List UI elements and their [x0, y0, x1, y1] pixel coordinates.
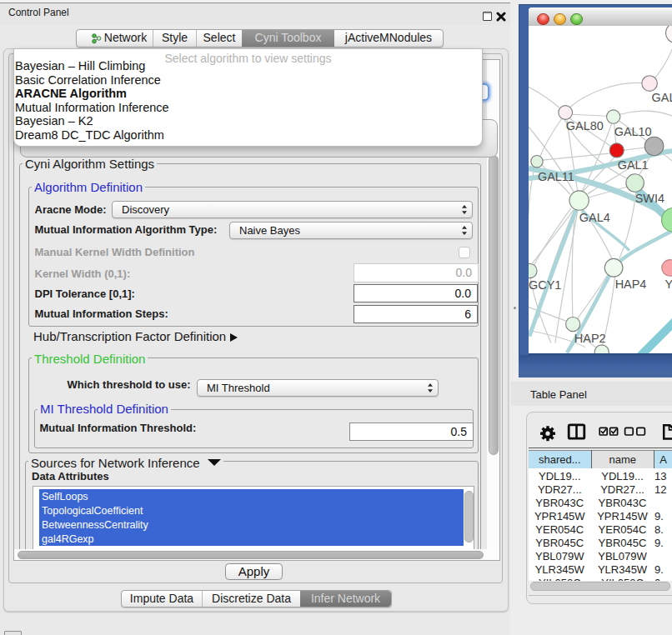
svg-text:GAL80: GAL80 — [565, 119, 603, 132]
svg-text:SWI4: SWI4 — [634, 192, 664, 205]
svg-text:GCY1: GCY1 — [529, 278, 561, 292]
svg-text:Y: Y — [664, 278, 672, 291]
svg-text:GAL4: GAL4 — [579, 211, 609, 224]
svg-text:GAL: GAL — [651, 91, 672, 104]
svg-text:HAP4: HAP4 — [614, 278, 646, 291]
svg-text:GAL11: GAL11 — [537, 170, 574, 183]
svg-text:HAP2: HAP2 — [574, 332, 605, 345]
svg-text:GAL10: GAL10 — [614, 125, 651, 138]
svg-text:GAL1: GAL1 — [617, 158, 648, 172]
